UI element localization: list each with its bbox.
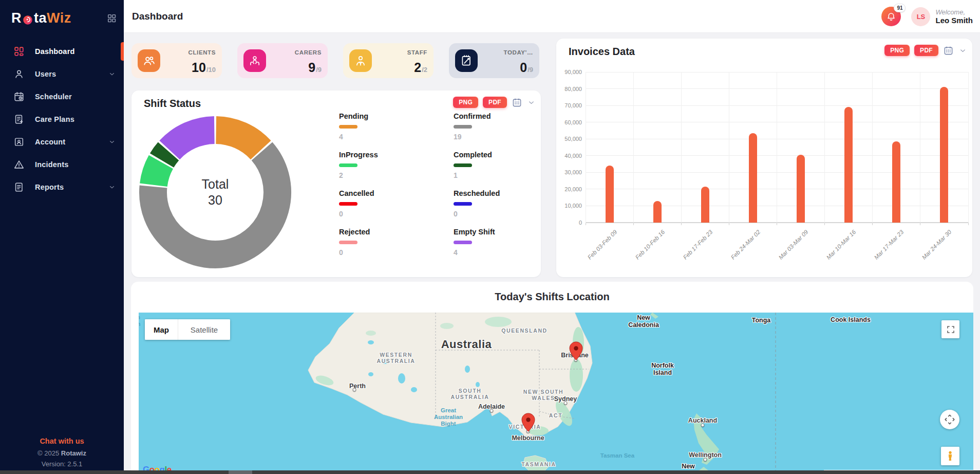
incidents-icon [13,159,25,170]
donut-segment-inprogress[interactable] [154,162,161,185]
scheduler-icon [13,91,25,102]
notifications-button[interactable]: 91 [881,7,901,26]
y-axis-tick-label: 30,000 [557,169,582,175]
legend-item-rescheduled: Rescheduled0 [454,189,568,218]
pegman-button[interactable] [941,447,959,465]
bar-feb-03-feb-09[interactable] [606,166,614,223]
welcome-label: Welcome, [935,8,973,16]
stat-card-clients[interactable]: CLIENTS10/10 [131,43,222,78]
x-axis-tick [920,223,920,225]
legend-item-confirmed: Confirmed19 [454,112,568,141]
legend-color-pill [454,202,472,206]
x-axis-tick [633,223,634,225]
donut-segment-pending[interactable] [216,130,261,150]
stat-card-today-shifts[interactable]: TODAY'…0/9 [449,43,539,78]
legend-color-pill [339,241,357,244]
invoices-pdf-button[interactable]: PDF [914,45,938,56]
invoices-calendar-icon[interactable] [943,46,954,56]
legend-label: Empty Shift [454,228,568,236]
stats-row: CLIENTS10/10CARERS9/9STAFF2/2TODAY'…0/9 [131,43,539,78]
stat-card-denominator: /2 [422,66,427,74]
sidebar-item-care-plans[interactable]: Care Plans [0,108,124,131]
shift-png-button[interactable]: PNG [453,97,478,108]
users-icon [13,68,25,80]
gridline [872,72,873,223]
chat-with-us-link[interactable]: Chat with us [0,437,124,445]
carers-icon [243,49,266,72]
logo-row: RtaWiz [11,10,117,26]
city-dot [490,409,494,413]
sidebar-item-label: Incidents [35,160,68,169]
chevron-down-icon [108,184,116,191]
shift-calendar-icon[interactable] [512,98,522,107]
legend-color-pill [339,202,357,206]
donut-segment-completed[interactable] [162,151,168,160]
y-axis-tick-label: 10,000 [557,203,582,209]
sidebar-item-dashboard[interactable]: Dashboard [0,40,124,63]
map-marker-melbourne[interactable] [521,413,535,434]
invoices-png-button[interactable]: PNG [884,45,910,56]
bar-mar-10-mar-16[interactable] [844,107,853,223]
donut-segment-empty-shift[interactable] [169,130,214,150]
sidebar-item-label: Account [35,138,65,146]
bar-feb-24-mar-02[interactable] [749,133,757,223]
sidebar-toggle-grid-icon[interactable] [107,13,117,23]
x-axis-tick [872,223,873,225]
user-name: Leo Smith [935,16,973,25]
satellite-view-button[interactable]: Satellite [178,319,230,340]
bar-feb-17-feb-23[interactable] [701,187,709,223]
pan-arrows-icon [944,414,955,425]
stat-card-value: 2 [414,61,421,74]
legend-value: 19 [454,133,568,141]
stat-card-label: CLIENTS [189,49,216,56]
google-map[interactable]: AustraliaWESTERN AUSTRALIASOUTH AUSTRALI… [139,313,973,474]
city-dot [704,458,707,462]
sidebar-item-incidents[interactable]: Incidents [0,153,124,176]
legend-label: Cancelled [339,189,454,197]
horizontal-scrollbar-thumb[interactable] [229,470,252,474]
map-heading: Today's Shifts Location [495,291,609,303]
stat-card-staff[interactable]: STAFF2/2 [343,43,434,78]
logo-mid: ta [34,10,47,26]
map-view-button[interactable]: Map [145,319,178,340]
bar-mar-17-mar-23[interactable] [892,141,900,223]
invoices-panel: Invoices Data PNG PDF 010,00020,00030,00… [556,39,972,277]
bar-mar-03-mar-09[interactable] [797,155,805,223]
sidebar-item-users[interactable]: Users [0,63,124,85]
legend-value: 1 [454,171,568,179]
bar-feb-10-feb-16[interactable] [653,201,662,223]
legend-value: 0 [454,210,568,218]
logo-swirl-icon [22,13,33,24]
copyright-year: © 2025 [37,449,61,457]
map-marker-brisbane[interactable] [569,341,583,363]
user-menu[interactable]: LS Welcome, Leo Smith [911,7,973,26]
sidebar-item-reports[interactable]: Reports [0,176,124,198]
x-axis-tick [777,223,777,225]
stat-card-content: TODAY'…0/9 [478,43,533,78]
donut-segment-confirmed[interactable] [153,151,277,254]
header-actions: 91 LS Welcome, Leo Smith [881,0,973,33]
x-axis-tick-label: Feb 03-Feb 09 [586,229,618,261]
x-axis-tick [586,223,586,225]
y-axis-tick-label: 90,000 [557,69,582,75]
sidebar-item-account[interactable]: Account [0,131,124,153]
stat-card-carers[interactable]: CARERS9/9 [237,43,328,78]
shift-pdf-button[interactable]: PDF [483,97,507,108]
fullscreen-button[interactable] [941,320,959,338]
shift-chevron-down-icon[interactable] [527,99,536,106]
pan-control-button[interactable] [940,410,959,429]
y-axis-tick-label: 60,000 [557,119,582,125]
app-logo: RtaWiz [11,10,71,26]
sidebar-item-scheduler[interactable]: Scheduler [0,85,124,108]
y-axis-tick-label: 40,000 [557,153,582,159]
x-axis-tick-label: Feb 24-Mar 02 [730,229,762,261]
x-axis-tick-label: Feb 17-Feb 23 [682,229,713,261]
stat-card-value: 0 [520,61,527,74]
legend-item-completed: Completed1 [454,151,568,179]
gridline [681,72,682,223]
invoices-chevron-down-icon[interactable] [958,47,967,54]
account-icon [13,136,25,148]
sidebar-item-label: Reports [35,183,64,191]
bar-mar-24-mar-30[interactable] [940,87,948,223]
gridline [729,72,729,223]
